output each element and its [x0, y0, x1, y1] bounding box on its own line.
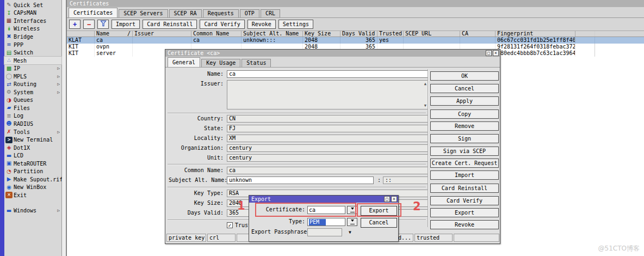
sidebar-item-dot1x[interactable]: ◈Dot1X [4, 144, 61, 152]
sidebar-item-metarouter[interactable]: ▣MetaROUTER [4, 160, 61, 168]
tab-scep-servers[interactable]: SCEP Servers [119, 9, 168, 17]
sidebar-item-interfaces[interactable]: ▦Interfaces [4, 17, 61, 25]
col-common-name[interactable]: Common Name [191, 31, 242, 36]
sidebar-item-radius[interactable]: ☻RADIUS [4, 120, 61, 128]
tab-certificates[interactable]: Certificates [69, 8, 117, 17]
window-tab-bar: Certificates SCEP Servers SCEP RA Reques… [67, 7, 644, 18]
col-fingerprint[interactable]: Fingerprint [496, 31, 575, 36]
sign-via-scep-button[interactable]: Sign via SCEP [430, 147, 499, 156]
tab-otp[interactable]: OTP [240, 9, 259, 17]
sidebar-item-tools[interactable]: ✗Tools▷ [4, 128, 61, 136]
sidebar-item-capsman[interactable]: ↧CAPsMAN [4, 9, 61, 17]
tab-requests[interactable]: Requests [203, 9, 239, 17]
create-cert-request-button[interactable]: Create Cert. Request [430, 159, 499, 168]
sidebar-item-lcd[interactable]: ▬LCD [4, 151, 61, 160]
sidebar-item-queues[interactable]: ◑Queues [4, 96, 61, 105]
dropdown-icon[interactable] [347, 218, 357, 226]
sidebar-item-files[interactable]: ▰Files [4, 104, 61, 112]
unit-field[interactable]: century [227, 154, 428, 162]
col-issuer[interactable]: Issuer [133, 31, 191, 36]
tab-general[interactable]: General [168, 57, 200, 67]
sign-button[interactable]: Sign [430, 134, 499, 143]
col-scep-url[interactable]: SCEP URL [404, 31, 460, 36]
col-trusted[interactable]: Trusted [377, 31, 404, 36]
sidebar-item-ip[interactable]: ▩IP▷ [4, 64, 61, 72]
type-combo[interactable]: PEM [307, 218, 345, 226]
card-verify-button[interactable]: Card Verify [430, 196, 499, 205]
copy-button[interactable]: Copy [430, 109, 499, 119]
name-field[interactable]: ca [227, 70, 428, 78]
maximize-icon[interactable]: □ [486, 50, 492, 56]
maximize-icon[interactable]: □ [384, 196, 390, 202]
tab-status[interactable]: Status [242, 59, 271, 67]
card-verify-button[interactable]: Card Verify [200, 20, 244, 29]
sidebar-item-bridge[interactable]: ✖Bridge [4, 33, 61, 41]
sidebar-item-mesh[interactable]: ∴Mesh [4, 57, 61, 65]
card-reinstall-button[interactable]: Card Reinstall [143, 20, 197, 29]
close-icon[interactable]: × [493, 50, 499, 56]
locality-field[interactable]: XM [227, 135, 428, 142]
col-days-valid[interactable]: Days Valid [340, 31, 377, 36]
country-field[interactable]: CN [227, 115, 428, 123]
tab-key-usage[interactable]: Key Usage [201, 59, 240, 67]
col-empty [575, 31, 595, 36]
sidebar-item-windows[interactable]: ▬Windows▷ [4, 207, 61, 215]
sidebar-item-new-terminal[interactable]: >New Terminal [4, 136, 61, 144]
sidebar-item-make-supout[interactable]: ▶Make Supout.rif [4, 175, 61, 184]
tab-crl[interactable]: CRL [261, 9, 280, 17]
add-button[interactable]: + [69, 20, 81, 29]
wireless-icon: ↡ [5, 26, 13, 32]
expand-arrow-icon[interactable]: ▼ [349, 230, 351, 235]
scroll-up-icon[interactable]: ▲ [424, 82, 426, 86]
common-name-field[interactable]: ca [227, 167, 428, 174]
sidebar-item-routing[interactable]: ⇄Routing▷ [4, 80, 61, 88]
export-cancel-button[interactable]: Cancel [361, 218, 397, 228]
issuer-field[interactable]: ▲ ▼ [227, 80, 428, 109]
settings-button[interactable]: Settings [278, 20, 313, 29]
sidebar-separator [4, 199, 61, 207]
sidebar-item-log[interactable]: ≣Log [4, 112, 61, 120]
col-subject-alt-name[interactable]: Subject Alt. Name [242, 31, 303, 36]
filter-button[interactable] [97, 20, 109, 29]
sidebar-item-new-winbox[interactable]: ◉New WinBox [4, 184, 61, 192]
close-icon[interactable]: × [391, 196, 397, 202]
organization-field[interactable]: century [227, 144, 428, 152]
sidebar-item-partition[interactable]: ◔Partition [4, 167, 61, 175]
cell-name: ca [95, 37, 133, 44]
sidebar-item-system[interactable]: ⚙System▷ [4, 88, 61, 96]
tab-scep-ra[interactable]: SCEP RA [169, 9, 202, 17]
ok-button[interactable]: OK [430, 71, 499, 81]
state-field[interactable]: FJ [227, 125, 428, 132]
sidebar-item-label: Wireless [14, 26, 40, 32]
sidebar-item-label: Tools [14, 129, 30, 135]
import-button[interactable]: Import [430, 170, 499, 180]
sidebar-item-switch[interactable]: ▤Switch [4, 48, 61, 57]
cancel-button[interactable]: Cancel [430, 84, 499, 93]
import-button[interactable]: Import [112, 20, 140, 29]
col-ca[interactable]: CA [460, 31, 496, 36]
col-name[interactable]: Name/ [95, 31, 133, 36]
cell-flags: KIT [67, 50, 95, 57]
card-reinstall-button[interactable]: Card Reinstall [430, 184, 499, 193]
col-flags[interactable] [67, 31, 95, 36]
sidebar-item-mpls[interactable]: ◯MPLS▷ [4, 72, 61, 81]
apply-button[interactable]: Apply [430, 96, 499, 106]
sidebar-item-label: IP [14, 65, 20, 71]
sidebar-item-exit[interactable]: ✕Exit [4, 191, 61, 199]
sidebar-item-label: PPP [14, 42, 23, 48]
remove-button[interactable]: − [83, 20, 95, 29]
export-passphrase-field[interactable] [307, 228, 342, 236]
scroll-down-icon[interactable]: ▼ [424, 103, 426, 108]
export-button[interactable]: Export [430, 208, 499, 217]
trusted-checkbox[interactable]: ✓ [227, 222, 233, 228]
sidebar-item-wireless[interactable]: ↡Wireless [4, 25, 61, 33]
subject-alt-name-field-2[interactable]: :: [383, 176, 428, 184]
sidebar-item-ppp[interactable]: ≡PPP [4, 41, 61, 49]
table-row[interactable]: KLAT ca ca unknown::: 2048 365 yes 06c67… [67, 37, 644, 44]
remove-button[interactable]: Remove [430, 121, 499, 131]
subject-alt-name-field[interactable]: unknown [227, 176, 374, 184]
revoke-button[interactable]: Revoke [430, 220, 499, 229]
sidebar-item-quick-set[interactable]: ✎Quick Set [4, 1, 61, 9]
revoke-button[interactable]: Revoke [247, 20, 276, 29]
col-key-size[interactable]: Key Size [303, 31, 340, 36]
